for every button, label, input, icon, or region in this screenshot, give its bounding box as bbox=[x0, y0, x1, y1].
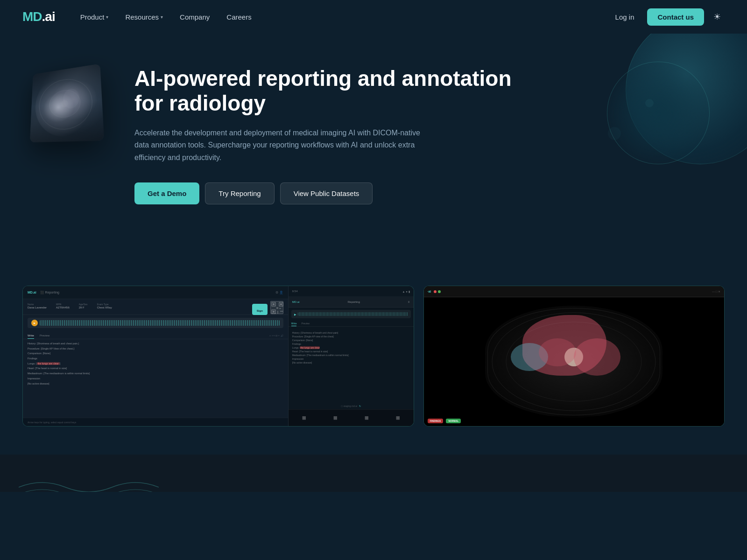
nav-link-company[interactable]: Company bbox=[173, 9, 216, 25]
mock-topbar: MD.ai ⬛ Reporting ⚙ 👤 bbox=[23, 286, 288, 299]
mock-mobile-title: Reporting bbox=[300, 301, 408, 303]
ct-dot-red bbox=[434, 290, 437, 293]
ct-viewport bbox=[424, 297, 724, 426]
mock-mobile-line-3: Comparison: [None] bbox=[292, 339, 410, 342]
mock-mobile-line-7: Mediastinum: [The mediastinum is within … bbox=[292, 354, 410, 357]
chevron-down-icon: ▾ bbox=[106, 14, 108, 20]
nav-right: Log in Contact us ☀ bbox=[608, 8, 725, 26]
logo-teal: MD bbox=[22, 9, 42, 24]
qr-icon bbox=[271, 301, 284, 315]
sun-icon: ☀ bbox=[713, 12, 721, 22]
mock-desktop-panel: MD.ai ⬛ Reporting ⚙ 👤 Name Dana Lavender… bbox=[23, 286, 289, 426]
ct-window-controls: — □ ✕ bbox=[712, 290, 720, 293]
mock-staging-label: ⬡ staging.md.ai bbox=[341, 405, 357, 407]
mock-mobile-nav-icon-4[interactable]: ⬜ bbox=[396, 416, 400, 420]
mock-line-history: History: [Shortness of breath and chest … bbox=[28, 342, 283, 346]
mock-mobile-line-1: History: [Shortness of breath and chest … bbox=[292, 331, 410, 334]
mock-mobile-line-8: Impression bbox=[292, 357, 410, 360]
hero-ct-image bbox=[22, 62, 116, 155]
mock-line-heart: Heart: [The heart is normal in size] bbox=[28, 367, 283, 371]
svg-rect-10 bbox=[276, 307, 278, 309]
theme-toggle-button[interactable]: ☀ bbox=[710, 9, 725, 24]
svg-rect-7 bbox=[280, 303, 282, 305]
mock-info-mrn: MRN AZT8A456 bbox=[56, 303, 70, 309]
ct-badge-normal: NORMAL bbox=[446, 419, 461, 423]
ct-lung-overlay bbox=[511, 343, 548, 371]
mock-refresh-icon: ↻ bbox=[359, 405, 361, 407]
hero-text: AI-powered reporting and annotation for … bbox=[134, 62, 536, 204]
mock-mobile-tabs: Write Preview bbox=[289, 321, 414, 327]
mock-status-bar: Arrow keys for typing, select equal cont… bbox=[23, 418, 288, 426]
mock-waveform bbox=[40, 320, 280, 326]
mock-info-type: Exam Type Chest XRay bbox=[97, 303, 112, 309]
mock-sign-button[interactable]: Sign bbox=[252, 304, 268, 315]
mock-line-mediastinum: Mediastinum: [The mediastinum is within … bbox=[28, 372, 283, 376]
ct-topbar-left: ·ai bbox=[428, 290, 441, 293]
try-reporting-button[interactable]: Try Reporting bbox=[205, 182, 274, 204]
ct-organs bbox=[485, 306, 662, 418]
deco-circle-small bbox=[607, 62, 710, 164]
mock-tab-preview[interactable]: Preview bbox=[40, 333, 49, 339]
ct-logo: ·ai bbox=[428, 290, 431, 293]
hero-content: AI-powered reporting and annotation for … bbox=[22, 62, 536, 204]
mock-highlight-lungs: the lungs are clear bbox=[37, 362, 60, 365]
svg-rect-12 bbox=[277, 311, 278, 314]
mock-mobile-menu-icon: ≡ bbox=[408, 301, 410, 303]
mock-mobile-tab-write[interactable]: Write bbox=[291, 322, 297, 326]
mock-patient-info: Name Dana Lavender MRN AZT8A456 Age/Sex … bbox=[23, 299, 288, 315]
mock-info-age: Age/Sex 29 F bbox=[79, 303, 88, 309]
mock-mobile-header: MD.ai Reporting ≡ bbox=[289, 296, 414, 308]
mock-mobile-line-9: [No active disease] bbox=[292, 361, 410, 364]
logo[interactable]: MD.ai bbox=[22, 9, 55, 24]
nav-link-resources[interactable]: Resources ▾ bbox=[119, 9, 169, 25]
ct-spine-overlay bbox=[564, 348, 583, 366]
mock-mobile-nav-icon-3[interactable]: ⬜ bbox=[365, 416, 369, 420]
reporting-mockup: MD.ai ⬛ Reporting ⚙ 👤 Name Dana Lavender… bbox=[23, 286, 414, 426]
contact-button[interactable]: Contact us bbox=[647, 8, 704, 26]
mock-logo: MD.ai bbox=[28, 291, 36, 294]
mock-mobile-footer: ⬡ staging.md.ai ↻ bbox=[289, 405, 414, 407]
mock-qr-code bbox=[270, 301, 283, 314]
mock-line-comparison: Comparison: [None] bbox=[28, 352, 283, 356]
view-datasets-button[interactable]: View Public Datasets bbox=[280, 182, 373, 204]
login-button[interactable]: Log in bbox=[608, 9, 642, 25]
mock-mobile-highlight: the lungs are clear bbox=[300, 346, 320, 349]
reporting-screenshot: MD.ai ⬛ Reporting ⚙ 👤 Name Dana Lavender… bbox=[22, 286, 414, 427]
mock-mobile-bottom-nav: ⬜ ⬜ ⬜ ⬜ bbox=[289, 409, 414, 426]
mock-mobile-tab-preview[interactable]: Preview bbox=[301, 322, 310, 326]
mock-mobile-line-4: Findings bbox=[292, 343, 410, 345]
ct-viewer-screenshot: ·ai — □ ✕ bbox=[423, 286, 725, 427]
ct-bottom-bar: FINDINGS NORMAL bbox=[424, 416, 724, 426]
mock-line-procedure: Procedure: [Single AP View of the chest.… bbox=[28, 347, 283, 351]
mock-line-lungs: Lungs: [the lungs are clear] bbox=[28, 362, 283, 366]
chevron-down-icon: ▾ bbox=[161, 14, 163, 20]
nav-link-product[interactable]: Product ▾ bbox=[74, 9, 115, 25]
svg-rect-9 bbox=[273, 311, 275, 313]
mock-mobile-audio: ▶ bbox=[291, 310, 411, 318]
mock-mobile-play-icon: ▶ bbox=[294, 313, 296, 316]
mock-mobile-logo: MD.ai bbox=[292, 301, 300, 303]
svg-rect-5 bbox=[273, 303, 275, 305]
mock-play-button[interactable]: ▶ bbox=[31, 320, 38, 326]
screenshots-section: MD.ai ⬛ Reporting ⚙ 👤 Name Dana Lavender… bbox=[0, 276, 747, 455]
mock-line-findings-header: Findings bbox=[28, 357, 283, 361]
nav-link-careers[interactable]: Careers bbox=[220, 9, 258, 25]
mock-toolbar-icons: ≡ ⟺ ⊞ ✂ 🔊 bbox=[269, 333, 283, 339]
mock-tab-write[interactable]: Write bbox=[28, 333, 34, 339]
hero-buttons: Get a Demo Try Reporting View Public Dat… bbox=[134, 182, 536, 204]
mock-mobile-nav-icon-2[interactable]: ⬜ bbox=[333, 416, 338, 420]
mock-audio-bar: ▶ bbox=[28, 318, 283, 328]
ct-scan-lines bbox=[30, 63, 104, 142]
mock-info-row-1: Name Dana Lavender MRN AZT8A456 Age/Sex … bbox=[28, 303, 283, 309]
ct-dot-green bbox=[438, 290, 441, 293]
mock-line-impression-header: Impression bbox=[28, 377, 283, 381]
ct-badge-findings: FINDINGS bbox=[428, 419, 444, 423]
mock-status-text: Arrow keys for typing, select equal cont… bbox=[28, 421, 76, 424]
deco-dot-2 bbox=[608, 127, 621, 140]
mock-mobile-nav-icon-1[interactable]: ⬜ bbox=[302, 416, 306, 420]
ct-cube bbox=[27, 66, 111, 150]
mock-mobile-line-2: Procedure: [Single AP view of the chest] bbox=[292, 335, 410, 338]
get-demo-button[interactable]: Get a Demo bbox=[134, 182, 199, 204]
mock-mobile-content: History: [Shortness of breath and chest … bbox=[289, 329, 414, 368]
logo-white: .ai bbox=[42, 9, 55, 24]
